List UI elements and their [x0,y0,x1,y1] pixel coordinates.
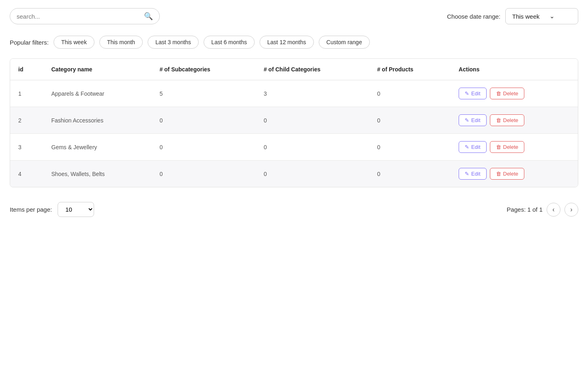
delete-button[interactable]: 🗑 Delete [490,141,525,153]
edit-icon: ✎ [465,117,469,123]
cell-subcategories: 0 [151,134,255,161]
cell-subcategories: 0 [151,161,255,187]
edit-icon: ✎ [465,171,469,177]
cell-child-categories: 0 [255,161,369,187]
cell-child-categories: 0 [255,107,369,134]
filter-chip-this-week[interactable]: This week [54,36,94,49]
edit-label: Edit [471,117,480,123]
edit-button[interactable]: ✎ Edit [459,168,486,180]
cell-id: 3 [10,134,43,161]
cell-id: 1 [10,80,43,107]
table-row: 2 Fashion Accessories 0 0 0 ✎ Edit 🗑 Del… [10,107,578,134]
items-per-page-wrapper: Items per page: 10 25 50 100 [10,202,94,217]
next-page-button[interactable]: › [564,203,578,217]
top-bar: 🔍 Choose date range: This week ⌄ [10,8,578,24]
col-header-products: # of Products [369,59,451,80]
cell-subcategories: 0 [151,107,255,134]
cell-products: 0 [369,161,451,187]
delete-button[interactable]: 🗑 Delete [490,168,525,180]
cell-id: 4 [10,161,43,187]
delete-label: Delete [503,90,519,97]
search-wrapper: 🔍 [10,8,160,24]
delete-button[interactable]: 🗑 Delete [490,88,525,99]
cell-subcategories: 5 [151,80,255,107]
date-range-label: Choose date range: [447,13,500,20]
edit-icon: ✎ [465,144,469,150]
table-row: 4 Shoes, Wallets, Belts 0 0 0 ✎ Edit 🗑 D… [10,161,578,187]
cell-id: 2 [10,107,43,134]
delete-label: Delete [503,117,519,123]
cell-category-name: Shoes, Wallets, Belts [43,161,152,187]
footer-bar: Items per page: 10 25 50 100 Pages: 1 of… [10,199,578,220]
prev-page-button[interactable]: ‹ [547,203,560,217]
cell-actions: ✎ Edit 🗑 Delete [451,80,578,107]
date-range-dropdown[interactable]: This week ⌄ [505,8,578,24]
filter-chip-last-12-months[interactable]: Last 12 months [260,36,314,49]
cell-category-name: Gems & Jewellery [43,134,152,161]
per-page-select[interactable]: 10 25 50 100 [58,202,94,217]
pagination: Pages: 1 of 1 ‹ › [507,203,578,217]
delete-label: Delete [503,171,519,177]
edit-button[interactable]: ✎ Edit [459,88,486,99]
cell-actions: ✎ Edit 🗑 Delete [451,161,578,187]
edit-icon: ✎ [465,90,469,97]
col-header-child-categories: # of Child Categories [255,59,369,80]
filter-chip-last-3-months[interactable]: Last 3 months [148,36,199,49]
cell-actions: ✎ Edit 🗑 Delete [451,107,578,134]
categories-table: id Category name # of Subcategories # of… [10,59,578,187]
cell-products: 0 [369,134,451,161]
cell-products: 0 [369,107,451,134]
table-header-row: id Category name # of Subcategories # of… [10,59,578,80]
col-header-subcategories: # of Subcategories [151,59,255,80]
pages-label: Pages: 1 of 1 [507,206,543,213]
trash-icon: 🗑 [496,171,501,177]
search-input[interactable] [17,13,144,20]
cell-category-name: Apparels & Footwear [43,80,152,107]
table-row: 1 Apparels & Footwear 5 3 0 ✎ Edit 🗑 Del… [10,80,578,107]
cell-child-categories: 3 [255,80,369,107]
trash-icon: 🗑 [496,117,501,123]
edit-button[interactable]: ✎ Edit [459,141,486,153]
cell-category-name: Fashion Accessories [43,107,152,134]
items-per-page-label: Items per page: [10,206,52,213]
filters-label: Popular filters: [10,39,49,46]
date-range-value: This week [512,13,540,20]
chevron-down-icon: ⌄ [549,13,555,20]
categories-table-container: id Category name # of Subcategories # of… [10,58,578,187]
delete-button[interactable]: 🗑 Delete [490,114,525,126]
edit-label: Edit [471,171,480,177]
edit-label: Edit [471,90,480,97]
edit-button[interactable]: ✎ Edit [459,114,486,126]
col-header-actions: Actions [451,59,578,80]
cell-child-categories: 0 [255,134,369,161]
filter-chip-custom-range[interactable]: Custom range [319,36,370,49]
delete-label: Delete [503,144,519,150]
cell-products: 0 [369,80,451,107]
table-row: 3 Gems & Jewellery 0 0 0 ✎ Edit 🗑 Delete [10,134,578,161]
col-header-id: id [10,59,43,80]
filters-bar: Popular filters: This week This month La… [10,36,578,49]
trash-icon: 🗑 [496,144,501,150]
cell-actions: ✎ Edit 🗑 Delete [451,134,578,161]
edit-label: Edit [471,144,480,150]
filter-chip-this-month[interactable]: This month [99,36,143,49]
search-icon[interactable]: 🔍 [144,12,153,21]
filter-chip-last-6-months[interactable]: Last 6 months [204,36,255,49]
trash-icon: 🗑 [496,90,501,97]
date-range-wrapper: Choose date range: This week ⌄ [447,8,578,24]
col-header-category-name: Category name [43,59,152,80]
